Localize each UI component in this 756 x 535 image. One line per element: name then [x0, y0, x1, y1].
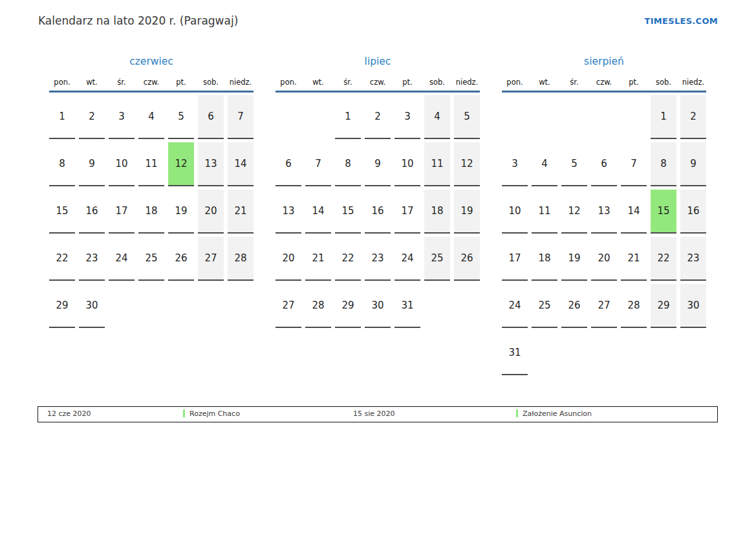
day-cell: 12	[454, 142, 480, 186]
header-divider	[49, 91, 254, 93]
legend-event: Założenie Asuncion	[516, 407, 592, 421]
day-cell: 2	[365, 95, 391, 139]
month-title: czerwiec	[49, 56, 254, 67]
header-divider	[502, 91, 706, 93]
day-cell: 15	[335, 190, 361, 234]
day-cell: 24	[502, 284, 528, 328]
day-cell-empty	[532, 331, 557, 374]
day-cell: 6	[198, 95, 224, 139]
day-cell: 31	[502, 331, 528, 375]
day-cell: 11	[532, 190, 557, 234]
day-cell: 2	[680, 95, 706, 139]
day-cell-empty	[228, 284, 254, 327]
day-cell: 28	[621, 284, 647, 328]
day-cell-empty	[305, 95, 331, 138]
day-cell: 8	[335, 142, 361, 186]
day-cell: 13	[275, 190, 301, 234]
day-cell: 28	[305, 284, 331, 328]
day-cell-empty	[532, 95, 557, 138]
legend-event-label: Założenie Asuncion	[523, 409, 592, 418]
day-cell: 27	[275, 284, 301, 328]
day-cell: 21	[305, 237, 331, 281]
day-cell: 11	[424, 142, 450, 186]
day-cell: 28	[228, 237, 254, 281]
month-title: sierpień	[502, 56, 706, 67]
day-cell: 1	[49, 95, 75, 139]
day-cell: 30	[680, 284, 706, 328]
weekday-label: wt.	[79, 77, 105, 87]
day-cell: 9	[79, 142, 105, 186]
day-cell: 3	[394, 95, 420, 139]
weekday-label: pon.	[49, 77, 75, 87]
day-cell: 18	[532, 237, 557, 281]
day-cell: 7	[228, 95, 254, 139]
day-cell: 18	[424, 190, 450, 234]
day-cell: 7	[621, 142, 647, 186]
day-cell: 20	[275, 237, 301, 281]
calendar-month-july: lipiec pon.wt.śr.czw.pt.sob.niedz. 12345…	[275, 56, 480, 328]
weekday-label: niedz.	[454, 77, 480, 87]
weekday-label: czw.	[365, 77, 391, 87]
day-cell: 8	[49, 142, 75, 186]
day-cell: 4	[532, 142, 557, 186]
day-cell: 21	[621, 237, 647, 281]
day-cell: 15	[49, 190, 75, 234]
weekday-header-row: pon.wt.śr.czw.pt.sob.niedz.	[49, 77, 254, 87]
day-cell: 13	[198, 142, 224, 186]
day-cell: 10	[109, 142, 135, 186]
day-cell-empty	[138, 284, 164, 327]
day-cell: 8	[651, 142, 676, 186]
day-cell-empty	[561, 331, 587, 374]
weekday-label: sob.	[198, 77, 224, 87]
day-cell-empty	[168, 284, 194, 327]
event-marker-icon	[183, 409, 185, 417]
day-cell: 19	[168, 190, 194, 234]
weekday-label: czw.	[591, 77, 617, 87]
day-cell: 14	[228, 142, 254, 186]
day-cell: 29	[651, 284, 676, 328]
day-cell: 3	[502, 142, 528, 186]
day-cell-empty	[454, 284, 480, 327]
day-cell: 19	[561, 237, 587, 281]
day-cell: 25	[424, 237, 450, 281]
day-cell: 13	[591, 190, 617, 234]
day-cell: 14	[621, 190, 647, 234]
day-cell: 26	[454, 237, 480, 281]
day-cell: 11	[138, 142, 164, 186]
days-grid: 1234567891011121314151617181920212223242…	[275, 95, 480, 328]
day-cell: 10	[502, 190, 528, 234]
day-cell: 17	[109, 190, 135, 234]
day-cell-empty	[561, 95, 587, 138]
day-cell: 16	[79, 190, 105, 234]
day-cell: 26	[168, 237, 194, 281]
weekday-label: śr.	[561, 77, 587, 87]
page-title: Kalendarz na lato 2020 r. (Paragwaj)	[38, 14, 238, 28]
day-cell-empty	[680, 331, 706, 374]
day-cell-empty	[198, 284, 224, 327]
day-cell: 4	[424, 95, 450, 139]
days-grid: 1234567891011121314151617181920212223242…	[502, 95, 706, 375]
days-grid: 1234567891011121314151617181920212223242…	[49, 95, 254, 328]
day-cell: 3	[109, 95, 135, 139]
day-cell: 5	[168, 95, 194, 139]
day-cell-empty	[109, 284, 135, 327]
calendar-page: Kalendarz na lato 2020 r. (Paragwaj) TIM…	[0, 0, 756, 535]
weekday-label: sob.	[424, 77, 450, 87]
day-cell: 19	[454, 190, 480, 234]
weekday-label: pt.	[621, 77, 647, 87]
legend-event-label: Rozejm Chaco	[189, 409, 240, 418]
day-cell: 27	[198, 237, 224, 281]
day-cell: 9	[365, 142, 391, 186]
day-cell: 23	[365, 237, 391, 281]
day-cell-empty	[621, 95, 647, 138]
weekday-label: pt.	[168, 77, 194, 87]
day-cell: 31	[394, 284, 420, 328]
legend-bar: 12 cze 2020 Rozejm Chaco 15 sie 2020 Zał…	[38, 406, 718, 422]
day-cell-empty	[591, 95, 617, 138]
weekday-label: wt.	[305, 77, 331, 87]
day-cell: 9	[680, 142, 706, 186]
day-cell: 21	[228, 190, 254, 234]
site-link[interactable]: TIMESLES.COM	[645, 16, 718, 26]
weekday-label: śr.	[335, 77, 361, 87]
day-cell: 25	[138, 237, 164, 281]
